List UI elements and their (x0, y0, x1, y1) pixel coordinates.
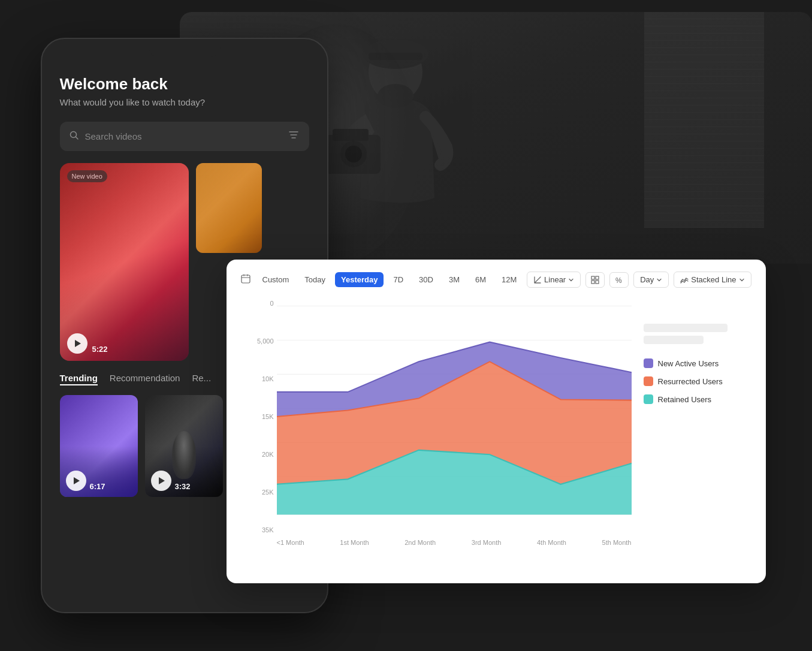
filter-12m[interactable]: 12M (496, 272, 523, 287)
secondary-video-thumb[interactable] (196, 163, 262, 253)
legend-title-bar-1 (644, 324, 728, 332)
legend-label-new-active: New Active Users (658, 359, 719, 368)
tab-recommendation[interactable]: Recommendation (110, 373, 180, 385)
featured-play-button[interactable] (67, 333, 87, 354)
chart-body-container (277, 300, 632, 534)
filter-30d[interactable]: 30D (413, 272, 439, 287)
chart-type-label: Stacked Line (691, 275, 736, 284)
x-label-0: <1 Month (277, 539, 304, 546)
svg-rect-13 (596, 281, 599, 284)
y-label-0: 0 (241, 300, 274, 307)
chart-type-icon (680, 276, 689, 284)
filter-icon[interactable] (288, 129, 300, 144)
y-label-10k: 10K (241, 375, 274, 382)
welcome-title: Welcome back (60, 75, 309, 94)
scale-dropdown[interactable]: Linear (527, 272, 581, 288)
chart-main: 35K 25K 20K 15K 10K 5,000 0 (241, 300, 632, 551)
welcome-section: Welcome back What would you like to watc… (60, 75, 309, 107)
main-container: Welcome back What would you like to watc… (41, 20, 772, 631)
time-unit-label: Day (640, 275, 654, 284)
x-label-1: 1st Month (340, 539, 369, 546)
time-unit-dropdown[interactable]: Day (633, 272, 669, 288)
trending-item-1[interactable]: 6:17 (60, 395, 138, 497)
svg-rect-11 (596, 276, 599, 279)
grid-icon (591, 276, 599, 284)
grid-toggle[interactable] (585, 272, 605, 288)
filter-custom[interactable]: Custom (256, 272, 295, 287)
legend-title-bar-2 (644, 336, 704, 344)
y-label-15k: 15K (241, 413, 274, 420)
legend-label-retained: Retained Users (658, 395, 712, 404)
svg-text:%: % (615, 276, 622, 284)
filter-6m[interactable]: 6M (469, 272, 492, 287)
chart-type-dropdown[interactable]: Stacked Line (674, 272, 751, 288)
chevron-down-2-icon (656, 277, 662, 283)
featured-duration: 5:22 (92, 345, 108, 354)
scale-icon (533, 276, 542, 284)
chevron-down-icon (568, 277, 574, 283)
phone-notch (149, 39, 221, 57)
percent-icon: % (615, 276, 623, 284)
legend-new-active: New Active Users (644, 358, 751, 368)
welcome-subtitle: What would you like to watch today? (60, 97, 309, 107)
legend-color-resurrected (644, 376, 653, 386)
search-icon (70, 131, 79, 143)
x-label-4: 4th Month (537, 539, 566, 546)
y-label-25k: 25K (241, 489, 274, 496)
svg-rect-9 (242, 275, 250, 283)
y-axis: 35K 25K 20K 15K 10K 5,000 0 (241, 300, 274, 534)
legend-resurrected: Resurrected Users (644, 376, 751, 386)
calendar-icon (241, 274, 250, 286)
trending-duration-2: 3:32 (175, 482, 191, 491)
filter-7d[interactable]: 7D (387, 272, 409, 287)
tab-more[interactable]: Re... (192, 373, 211, 385)
scale-label: Linear (544, 275, 566, 284)
featured-video-thumb[interactable]: New video 5:22 (60, 163, 189, 361)
legend-label-resurrected: Resurrected Users (658, 377, 723, 386)
x-label-2: 2nd Month (405, 539, 436, 546)
legend-color-retained (644, 394, 653, 404)
trending-item-2[interactable]: 3:32 (145, 395, 223, 497)
trending-play-1[interactable] (66, 471, 86, 491)
chart-toolbar: Custom Today Yesterday 7D 30D 3M 6M 12M … (241, 272, 751, 288)
svg-rect-12 (591, 281, 594, 284)
filter-3m[interactable]: 3M (443, 272, 466, 287)
search-placeholder-text: Search videos (85, 131, 282, 141)
search-bar[interactable]: Search videos (60, 122, 309, 151)
chart-panel: Custom Today Yesterday 7D 30D 3M 6M 12M … (227, 260, 766, 583)
y-label-5k: 5,000 (241, 337, 274, 345)
chart-options-group: Linear % (527, 272, 751, 288)
x-label-5: 5th Month (602, 539, 632, 546)
chevron-down-3-icon (739, 277, 745, 283)
filter-today[interactable]: Today (298, 272, 331, 287)
x-label-3: 3rd Month (472, 539, 502, 546)
chart-legend: New Active Users Resurrected Users Retai… (632, 300, 751, 551)
y-label-20k: 20K (241, 451, 274, 458)
time-filter-group: Custom Today Yesterday 7D 30D 3M 6M 12M (241, 272, 523, 287)
y-label-35k: 35K (241, 526, 274, 534)
x-axis: <1 Month 1st Month 2nd Month 3rd Month 4… (277, 534, 632, 551)
chart-area: 35K 25K 20K 15K 10K 5,000 0 (241, 300, 751, 551)
trending-play-2[interactable] (151, 471, 171, 491)
percent-toggle[interactable]: % (609, 272, 629, 288)
stacked-area-chart (277, 300, 632, 534)
trending-duration-1: 6:17 (90, 482, 105, 491)
legend-color-new-active (644, 358, 653, 368)
tab-trending[interactable]: Trending (60, 373, 98, 385)
filter-yesterday[interactable]: Yesterday (335, 272, 384, 287)
legend-retained: Retained Users (644, 394, 751, 404)
svg-rect-10 (591, 276, 594, 279)
